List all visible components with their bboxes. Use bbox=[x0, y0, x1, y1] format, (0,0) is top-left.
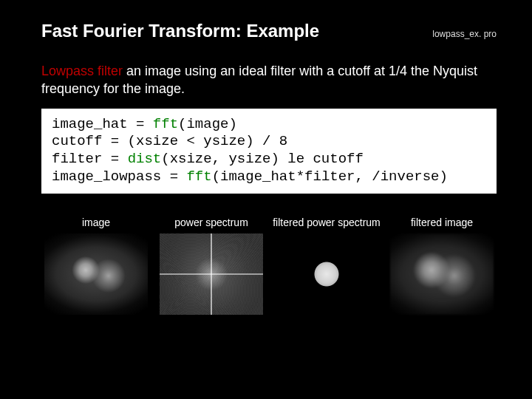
header-row: Fast Fourier Transform: Example lowpass_… bbox=[41, 21, 497, 41]
thumb-original-image bbox=[44, 233, 148, 315]
code-l3b: (xsize, ysize) le cutoff bbox=[161, 151, 364, 167]
col-filtered-image: filtered image bbox=[387, 204, 497, 315]
images-row: image power spectrum filtered power spec… bbox=[41, 204, 497, 315]
code-l1b: (image) bbox=[178, 116, 237, 132]
code-l4b: (image_hat*filter, /inverse) bbox=[212, 168, 448, 185]
label-power-spectrum: power spectrum bbox=[174, 204, 248, 229]
code-l1-fn: fft bbox=[153, 116, 178, 132]
code-l1a: image_hat = bbox=[52, 116, 153, 132]
slide-title: Fast Fourier Transform: Example bbox=[41, 21, 319, 41]
col-power-spectrum: power spectrum bbox=[157, 204, 266, 315]
code-block: image_hat = fft(image) cutoff = (xsize <… bbox=[41, 109, 497, 194]
code-l4-fn: fft bbox=[186, 168, 211, 185]
thumb-filtered-image bbox=[390, 233, 494, 315]
code-l3a: filter = bbox=[52, 151, 128, 167]
code-l2: cutoff = (xsize < ysize) / 8 bbox=[52, 133, 287, 149]
thumb-filtered-spectrum bbox=[275, 233, 378, 315]
label-original-image: image bbox=[82, 204, 110, 229]
col-filtered-spectrum: filtered power spectrum bbox=[272, 204, 381, 315]
label-filtered-image: filtered image bbox=[411, 204, 473, 229]
intro-text: Lowpass filter an image using an ideal f… bbox=[41, 62, 497, 98]
code-l3-fn: dist bbox=[128, 151, 162, 167]
source-filename: lowpass_ex. pro bbox=[432, 29, 497, 39]
intro-highlight: Lowpass filter bbox=[41, 64, 123, 78]
code-l4a: image_lowpass = bbox=[52, 168, 186, 185]
label-filtered-spectrum: filtered power spectrum bbox=[273, 204, 381, 229]
col-original-image: image bbox=[41, 204, 151, 315]
slide: Fast Fourier Transform: Example lowpass_… bbox=[0, 0, 532, 330]
thumb-power-spectrum bbox=[160, 233, 263, 315]
